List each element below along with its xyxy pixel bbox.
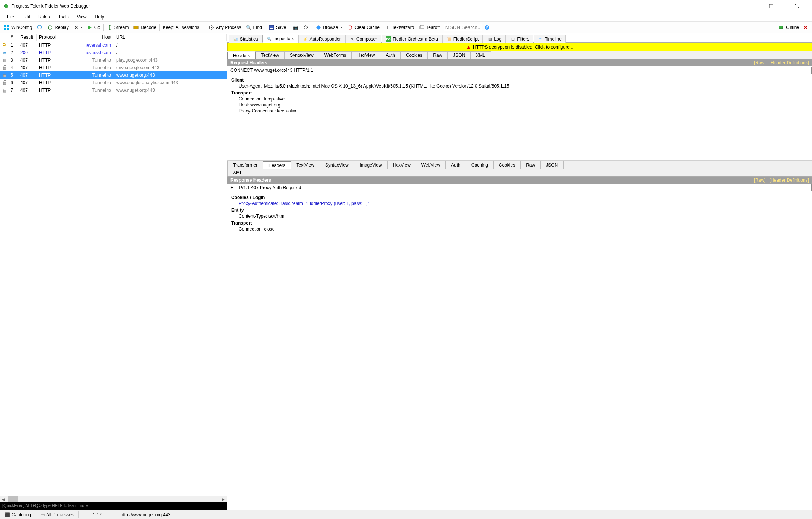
col-protocol[interactable]: Protocol bbox=[37, 34, 62, 41]
timer-button[interactable]: ⏱ bbox=[301, 24, 311, 31]
response-ctype[interactable]: Content-Type: text/html bbox=[231, 214, 808, 219]
resptab-xml[interactable]: XML bbox=[227, 169, 812, 176]
https-warning-bar[interactable]: ▲ HTTPS decryption is disabled. Click to… bbox=[227, 43, 812, 51]
remove-button[interactable]: ✕▾ bbox=[71, 24, 85, 31]
reqtab-xml[interactable]: XML bbox=[470, 51, 491, 59]
winconfig-button[interactable]: WinConfig bbox=[2, 24, 34, 31]
textwizard-button[interactable]: TTextWizard bbox=[382, 24, 416, 31]
reqtab-json[interactable]: JSON bbox=[447, 51, 471, 59]
request-subtabs: Headers TextView SyntaxView WebForms Hex… bbox=[227, 51, 812, 59]
response-defs-link[interactable]: [Header Definitions] bbox=[770, 178, 809, 183]
resptab-raw[interactable]: Raw bbox=[520, 161, 541, 169]
request-host[interactable]: Host: www.nuget.org bbox=[231, 102, 808, 108]
resptab-webview[interactable]: WebView bbox=[416, 161, 446, 169]
sessions-header: # Result Protocol Host URL bbox=[0, 33, 227, 41]
tab-orchestra[interactable]: FOFiddler Orchestra Beta bbox=[382, 35, 442, 43]
session-row[interactable]: 4407HTTPTunnel todrive.google.com:443 bbox=[0, 64, 227, 71]
close-button[interactable] bbox=[789, 0, 806, 12]
keep-sessions-dropdown[interactable]: Keep: All sessions▾ bbox=[161, 24, 206, 31]
request-line[interactable]: CONNECT www.nuget.org:443 HTTP/1.1 bbox=[228, 67, 812, 74]
save-button[interactable]: Save bbox=[266, 24, 288, 31]
tab-fiddlerscript[interactable]: 📜FiddlerScript bbox=[442, 35, 483, 43]
tab-statistics[interactable]: 📊Statistics bbox=[229, 35, 262, 43]
reqtab-hexview[interactable]: HexView bbox=[351, 51, 380, 59]
session-row[interactable]: 3407HTTPTunnel toplay.google.com:443 bbox=[0, 56, 227, 64]
tab-filters[interactable]: ☐Filters bbox=[506, 35, 533, 43]
horizontal-scrollbar[interactable]: ◄ ► bbox=[0, 496, 227, 502]
menu-rules[interactable]: Rules bbox=[35, 13, 54, 21]
resptab-hexview[interactable]: HexView bbox=[387, 161, 416, 169]
resptab-textview[interactable]: TextView bbox=[291, 161, 320, 169]
resptab-cookies[interactable]: Cookies bbox=[493, 161, 521, 169]
online-indicator[interactable]: Online ✕ bbox=[778, 24, 810, 30]
request-defs-link[interactable]: [Header Definitions] bbox=[770, 60, 809, 65]
col-host[interactable]: Host bbox=[62, 34, 114, 41]
menu-file[interactable]: File bbox=[3, 13, 18, 21]
scroll-left-icon[interactable]: ◄ bbox=[0, 496, 7, 502]
resptab-imageview[interactable]: ImageView bbox=[354, 161, 388, 169]
close-toolbar-icon[interactable]: ✕ bbox=[804, 25, 807, 30]
request-connection[interactable]: Connection: keep-alive bbox=[231, 96, 808, 102]
reqtab-auth[interactable]: Auth bbox=[380, 51, 401, 59]
quickexec-input[interactable]: [QuickExec] ALT+Q > type HELP to learn m… bbox=[0, 502, 227, 510]
resptab-json[interactable]: JSON bbox=[540, 161, 564, 169]
lock-icon bbox=[0, 72, 8, 78]
col-url[interactable]: URL bbox=[114, 34, 227, 41]
response-line[interactable]: HTTP/1.1 407 Proxy Auth Required bbox=[228, 184, 812, 191]
clearcache-button[interactable]: Clear Cache bbox=[345, 24, 382, 31]
status-allprocesses[interactable]: ▭All Processes bbox=[36, 511, 79, 518]
reqtab-headers[interactable]: Headers bbox=[227, 52, 256, 59]
reqtab-raw[interactable]: Raw bbox=[427, 51, 448, 59]
session-row[interactable]: 6407HTTPTunnel towww.google-analytics.co… bbox=[0, 79, 227, 86]
response-connection[interactable]: Connection: close bbox=[231, 226, 808, 232]
go-button[interactable]: Go bbox=[85, 24, 103, 31]
screenshot-button[interactable]: 📷 bbox=[290, 24, 301, 31]
status-capturing[interactable]: ⬛Capturing bbox=[0, 511, 36, 518]
menu-help[interactable]: Help bbox=[91, 13, 108, 21]
menu-edit[interactable]: Edit bbox=[18, 13, 34, 21]
svg-rect-2 bbox=[769, 4, 773, 8]
tab-inspectors[interactable]: 🔍Inspectors bbox=[262, 35, 298, 43]
request-raw-link[interactable]: [Raw] bbox=[754, 60, 766, 65]
request-ua[interactable]: User-Agent: Mozilla/5.0 (Macintosh; Inte… bbox=[231, 83, 808, 89]
reqtab-syntaxview[interactable]: SyntaxView bbox=[284, 51, 319, 59]
response-entity-group: Entity bbox=[231, 208, 808, 213]
session-row[interactable]: 2200HTTPneverssl.com/ bbox=[0, 49, 227, 56]
find-button[interactable]: 🔍Find bbox=[244, 24, 264, 31]
tearoff-button[interactable]: Tearoff bbox=[416, 24, 442, 31]
reqtab-webforms[interactable]: WebForms bbox=[319, 51, 352, 59]
lock-icon bbox=[0, 65, 8, 71]
session-row[interactable]: 7407HTTPTunnel towww.nuget.org:443 bbox=[0, 86, 227, 94]
maximize-button[interactable] bbox=[762, 0, 780, 12]
col-num[interactable]: # bbox=[8, 34, 18, 41]
tab-timeline[interactable]: ≡Timeline bbox=[534, 35, 566, 43]
decode-button[interactable]: Decode bbox=[131, 24, 158, 31]
session-row[interactable]: 1407HTTPneverssl.com/ bbox=[0, 41, 227, 49]
comment-button[interactable] bbox=[34, 24, 45, 31]
request-proxy[interactable]: Proxy-Connection: keep-alive bbox=[231, 108, 808, 114]
msdn-search-input[interactable] bbox=[444, 24, 482, 31]
response-raw-link[interactable]: [Raw] bbox=[754, 178, 766, 183]
tab-composer[interactable]: ✎Composer bbox=[345, 35, 381, 43]
tab-log[interactable]: ▤Log bbox=[483, 35, 506, 43]
reqtab-cookies[interactable]: Cookies bbox=[400, 51, 428, 59]
resptab-caching[interactable]: Caching bbox=[466, 161, 494, 169]
help-button[interactable]: ? bbox=[482, 24, 492, 31]
session-row[interactable]: 5407HTTPTunnel towww.nuget.org:443 bbox=[0, 71, 227, 79]
resptab-auth[interactable]: Auth bbox=[445, 161, 466, 169]
response-proxyauth[interactable]: Proxy-Authenticate: Basic realm="Fiddler… bbox=[231, 201, 808, 206]
stream-button[interactable]: Stream bbox=[105, 24, 131, 31]
minimize-button[interactable] bbox=[736, 0, 753, 12]
resptab-headers[interactable]: Headers bbox=[263, 161, 291, 169]
menu-tools[interactable]: Tools bbox=[55, 13, 73, 21]
replay-button[interactable]: Replay bbox=[45, 24, 71, 31]
reqtab-textview[interactable]: TextView bbox=[255, 51, 285, 59]
browse-button[interactable]: Browse▾ bbox=[313, 24, 345, 31]
col-result[interactable]: Result bbox=[18, 34, 37, 41]
tab-autoresponder[interactable]: ⚡AutoResponder bbox=[298, 35, 345, 43]
anyprocess-button[interactable]: Any Process bbox=[206, 24, 243, 31]
resptab-syntaxview[interactable]: SyntaxView bbox=[320, 161, 354, 169]
scroll-right-icon[interactable]: ► bbox=[220, 496, 227, 502]
menu-view[interactable]: View bbox=[73, 13, 91, 21]
resptab-transformer[interactable]: Transformer bbox=[227, 161, 263, 169]
